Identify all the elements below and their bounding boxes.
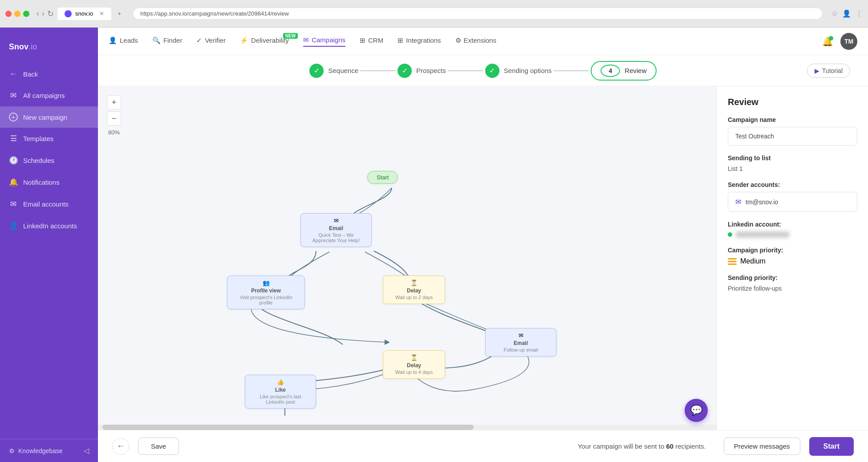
sidebar-item-new-campaign[interactable]: + New campaign <box>0 106 98 128</box>
step-prospects[interactable]: ✓ Prospects <box>397 64 446 78</box>
nav-item-crm[interactable]: ⊞ CRM <box>360 36 383 46</box>
profile-icon[interactable]: 👤 <box>842 9 851 18</box>
back-button[interactable]: ← <box>112 438 129 455</box>
tutorial-button[interactable]: ▶ Tutorial <box>807 64 850 78</box>
deliverability-nav-icon: ⚡ <box>240 36 248 45</box>
sidebar-notifications-label: Notifications <box>23 178 60 186</box>
step-review[interactable]: 4 Review <box>591 61 656 81</box>
like-title: Like <box>251 387 309 393</box>
step-sending-options[interactable]: ✓ Sending options <box>485 64 552 78</box>
priority-text: Medium <box>740 257 766 265</box>
address-bar[interactable] <box>133 8 823 20</box>
scroll-thumb[interactable] <box>102 425 474 430</box>
sending-to-value: List 1 <box>728 165 857 172</box>
zoom-controls: + − 80% <box>107 95 121 136</box>
notification-bell[interactable]: 🔔 <box>822 36 833 47</box>
refresh-btn[interactable]: ↻ <box>47 9 54 19</box>
finder-nav-icon: 🔍 <box>152 36 161 45</box>
sidebar-collapse-icon[interactable]: ◁ <box>84 446 89 455</box>
step-connector-3 <box>553 70 589 71</box>
zoom-out-btn[interactable]: − <box>107 111 121 126</box>
sidebar-item-templates[interactable]: ☰ Templates <box>0 128 98 150</box>
nav-item-leads[interactable]: 👤 Leads <box>109 36 138 46</box>
back-icon: ← <box>9 69 18 78</box>
save-button[interactable]: Save <box>138 438 179 455</box>
review-panel-title: Review <box>728 97 857 107</box>
extensions-nav-label: Extensions <box>464 36 496 44</box>
kb-icon: ⚙ <box>9 447 15 454</box>
node-delay-1[interactable]: ⏳ Delay Wait up to 2 days <box>383 276 445 304</box>
user-avatar[interactable]: TM <box>840 33 857 50</box>
canvas-scrollbar[interactable] <box>98 425 717 430</box>
back-browser-btn[interactable]: ‹ <box>37 9 39 19</box>
traffic-light-green[interactable] <box>23 11 29 17</box>
browser-tab[interactable]: snov.io ✕ <box>57 8 111 20</box>
close-tab-icon[interactable]: ✕ <box>99 10 104 17</box>
schedules-icon: 🕐 <box>9 156 18 165</box>
traffic-light-yellow[interactable] <box>14 11 20 17</box>
profile-view-title: Profile view <box>234 288 298 294</box>
sidebar-item-schedules[interactable]: 🕐 Schedules <box>0 150 98 171</box>
sidebar-item-linkedin-accounts[interactable]: 👤 LinkedIn accounts <box>0 215 98 237</box>
step-prospects-circle: ✓ <box>397 64 412 78</box>
sidebar-item-all-campaigns[interactable]: ✉ All campaigns <box>0 85 98 106</box>
nav-item-campaigns[interactable]: ✉ Campaigns <box>303 36 345 47</box>
traffic-light-red[interactable] <box>5 11 12 17</box>
campaign-name-label: Campaign name <box>728 116 857 123</box>
sender-email-value: tm@snov.io <box>746 199 778 206</box>
integrations-nav-icon: ⊞ <box>397 36 403 45</box>
sender-email-box: ✉ tm@snov.io <box>728 192 857 212</box>
all-campaigns-icon: ✉ <box>9 91 18 100</box>
notification-dot <box>829 36 833 41</box>
step-connector-1 <box>360 70 396 71</box>
delay1-icon: ⏳ <box>389 280 438 286</box>
node-email-1[interactable]: ✉ Email Quick Test – We Appreciate Your … <box>300 213 372 247</box>
campaigns-nav-icon: ✉ <box>303 36 309 44</box>
flow-canvas[interactable]: + − 80% <box>98 86 717 430</box>
node-delay-2[interactable]: ⏳ Delay Wait up to 4 days <box>383 350 445 379</box>
sidebar-templates-label: Templates <box>23 135 53 142</box>
step-sending-label: Sending options <box>504 67 552 74</box>
tutorial-play-icon: ▶ <box>815 67 819 74</box>
nav-item-extensions[interactable]: ⚙ Extensions <box>455 36 496 46</box>
step-sending-circle: ✓ <box>485 64 499 78</box>
chat-fab-button[interactable]: 💬 <box>685 399 708 422</box>
delay1-title: Delay <box>389 288 438 294</box>
node-like[interactable]: 👍 Like Like prospect's last LinkedIn pos… <box>245 375 316 409</box>
top-navigation: 👤 Leads 🔍 Finder ✓ Verifier ⚡ Deliverabi… <box>98 28 868 55</box>
sending-to-section: Sending to list List 1 <box>728 154 857 172</box>
nav-item-finder[interactable]: 🔍 Finder <box>152 36 183 46</box>
node-start[interactable]: Start <box>367 171 398 184</box>
nav-item-integrations[interactable]: ⊞ Integrations <box>397 36 441 46</box>
bookmark-icon[interactable]: ☆ <box>831 9 838 18</box>
step-bar: ✓ Sequence ✓ Prospects ✓ Sending options… <box>98 55 868 86</box>
nav-item-verifier[interactable]: ✓ Verifier <box>196 36 226 46</box>
sidebar-item-email-accounts[interactable]: ✉ Email accounts <box>0 193 98 215</box>
step-prospects-label: Prospects <box>416 67 446 74</box>
tutorial-label: Tutorial <box>822 67 843 74</box>
nav-item-deliverability[interactable]: ⚡ Deliverability NEW <box>240 36 289 46</box>
new-tab-btn[interactable]: + <box>115 9 124 18</box>
sidebar-new-campaign-label: New campaign <box>23 113 67 121</box>
zoom-in-btn[interactable]: + <box>107 95 121 109</box>
menu-icon[interactable]: ⋮ <box>856 9 863 18</box>
preview-messages-button[interactable]: Preview messages <box>724 438 800 455</box>
delay2-title: Delay <box>389 362 438 369</box>
start-label: Start <box>377 174 389 181</box>
forward-browser-btn[interactable]: › <box>42 9 45 19</box>
step-sequence[interactable]: ✓ Sequence <box>309 64 358 78</box>
node-email-2[interactable]: ✉ Email Follow-up email <box>485 328 556 357</box>
step-sequence-circle: ✓ <box>309 64 324 78</box>
linkedin-account-label: Linkedin account: <box>728 221 857 228</box>
node-profile-view[interactable]: 👥 Profile view Visit prospect's LinkedIn… <box>227 276 305 309</box>
delay2-icon: ⏳ <box>389 354 438 361</box>
start-button[interactable]: Start <box>809 437 854 456</box>
email1-icon: ✉ <box>307 217 365 224</box>
knowledgebase-btn[interactable]: ⚙ Knowledgebase <box>9 447 63 454</box>
tab-favicon <box>65 10 72 17</box>
sidebar-schedules-label: Schedules <box>23 157 54 164</box>
sidebar-item-notifications[interactable]: 🔔 Notifications <box>0 171 98 193</box>
step-connector-2 <box>448 70 483 71</box>
sending-priority-label: Sending priority: <box>728 274 857 281</box>
sidebar-item-back[interactable]: ← Back <box>0 63 98 85</box>
